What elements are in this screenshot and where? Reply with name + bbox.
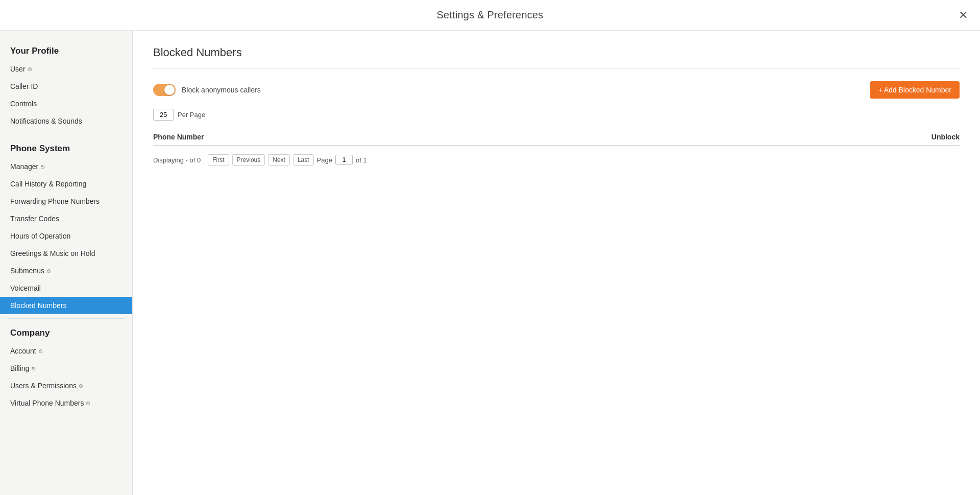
last-page-button[interactable]: Last <box>293 154 314 166</box>
app-container: Settings & Preferences ✕ Your Profile Us… <box>0 0 980 495</box>
submenus-ext-icon: ⎋ <box>47 267 51 274</box>
sidebar-item-greetings-music[interactable]: Greetings & Music on Hold <box>0 245 132 262</box>
previous-page-button[interactable]: Previous <box>232 154 265 166</box>
page-title: Blocked Numbers <box>153 46 960 59</box>
sidebar-item-users-permissions-label: Users & Permissions <box>10 382 77 390</box>
col-phone-header: Phone Number <box>153 133 204 141</box>
virtual-phone-numbers-ext-icon: ⎋ <box>86 399 90 407</box>
sidebar-item-account-label: Account <box>10 347 36 355</box>
per-page-label: Per Page <box>178 111 205 119</box>
sidebar-item-notifications-sounds-label: Notifications & Sounds <box>10 117 82 125</box>
sidebar-item-forwarding-numbers[interactable]: Forwarding Phone Numbers <box>0 193 132 210</box>
next-page-button[interactable]: Next <box>268 154 290 166</box>
displaying-text: Displaying - of 0 <box>153 156 201 164</box>
table-header: Phone Number Unblock <box>153 129 960 146</box>
sidebar-item-call-history-label: Call History & Reporting <box>10 180 86 188</box>
toggle-thumb <box>164 85 175 95</box>
sidebar-item-submenus-label: Submenus <box>10 267 44 275</box>
sidebar-item-manager[interactable]: Manager ⎋ <box>0 158 132 175</box>
sidebar-item-virtual-phone-numbers[interactable]: Virtual Phone Numbers ⎋ <box>0 394 132 412</box>
user-ext-icon: ⎋ <box>28 65 32 73</box>
header-title: Settings & Preferences <box>437 9 544 21</box>
toggle-track <box>153 84 176 96</box>
page-label: Page <box>317 156 332 164</box>
sidebar-item-billing-label: Billing <box>10 364 29 372</box>
sidebar-item-manager-label: Manager <box>10 162 38 171</box>
sidebar-item-controls-label: Controls <box>10 100 37 108</box>
toggle-row: Block anonymous callers + Add Blocked Nu… <box>153 81 960 99</box>
sidebar-item-voicemail-label: Voicemail <box>10 284 41 292</box>
sidebar-item-notifications-sounds[interactable]: Notifications & Sounds <box>0 112 132 130</box>
sidebar-item-transfer-codes-label: Transfer Codes <box>10 215 59 223</box>
close-button[interactable]: ✕ <box>959 10 968 21</box>
sidebar-section-company: Company <box>0 323 132 342</box>
manager-ext-icon: ⎋ <box>41 163 44 170</box>
sidebar-divider-1 <box>8 134 124 134</box>
per-page-row: Per Page <box>153 109 960 121</box>
page-of-text: of 1 <box>356 156 367 164</box>
sidebar: Your Profile User ⎋ Caller ID Controls N… <box>0 31 133 495</box>
sidebar-item-greetings-music-label: Greetings & Music on Hold <box>10 249 95 257</box>
account-ext-icon: ⎋ <box>39 347 42 355</box>
sidebar-item-transfer-codes[interactable]: Transfer Codes <box>0 210 132 227</box>
sidebar-item-controls[interactable]: Controls <box>0 95 132 112</box>
sidebar-item-blocked-numbers[interactable]: Blocked Numbers <box>0 297 132 314</box>
sidebar-item-account[interactable]: Account ⎋ <box>0 342 132 360</box>
sidebar-item-hours-of-operation-label: Hours of Operation <box>10 232 70 240</box>
sidebar-item-virtual-phone-numbers-label: Virtual Phone Numbers <box>10 399 84 407</box>
sidebar-item-billing[interactable]: Billing ⎋ <box>0 360 132 377</box>
toggle-left: Block anonymous callers <box>153 84 261 96</box>
page-number-input[interactable] <box>335 155 353 165</box>
sidebar-item-caller-id[interactable]: Caller ID <box>0 78 132 95</box>
header: Settings & Preferences ✕ <box>0 0 980 31</box>
sidebar-item-forwarding-numbers-label: Forwarding Phone Numbers <box>10 197 100 205</box>
content-area: Blocked Numbers Block anonymous callers … <box>133 31 980 495</box>
sidebar-item-blocked-numbers-label: Blocked Numbers <box>10 301 67 310</box>
block-anonymous-toggle[interactable] <box>153 84 176 96</box>
users-permissions-ext-icon: ⎋ <box>79 382 83 389</box>
sidebar-item-users-permissions[interactable]: Users & Permissions ⎋ <box>0 377 132 394</box>
sidebar-item-caller-id-label: Caller ID <box>10 82 38 90</box>
sidebar-item-call-history[interactable]: Call History & Reporting <box>0 175 132 193</box>
sidebar-divider-2 <box>8 318 124 319</box>
first-page-button[interactable]: First <box>208 154 229 166</box>
sidebar-item-user-label: User <box>10 65 26 73</box>
sidebar-item-user[interactable]: User ⎋ <box>0 60 132 78</box>
main-layout: Your Profile User ⎋ Caller ID Controls N… <box>0 31 980 495</box>
sidebar-item-submenus[interactable]: Submenus ⎋ <box>0 262 132 279</box>
content-divider <box>153 68 960 69</box>
toggle-label: Block anonymous callers <box>182 86 261 94</box>
sidebar-item-hours-of-operation[interactable]: Hours of Operation <box>0 227 132 245</box>
pagination-row: Displaying - of 0 First Previous Next La… <box>153 154 960 166</box>
per-page-input[interactable] <box>153 109 174 121</box>
add-blocked-number-button[interactable]: + Add Blocked Number <box>870 81 960 99</box>
sidebar-section-phone-system: Phone System <box>0 138 132 158</box>
sidebar-item-voicemail[interactable]: Voicemail <box>0 279 132 297</box>
sidebar-section-your-profile: Your Profile <box>0 41 132 60</box>
col-unblock-header: Unblock <box>932 133 960 141</box>
billing-ext-icon: ⎋ <box>32 365 35 372</box>
